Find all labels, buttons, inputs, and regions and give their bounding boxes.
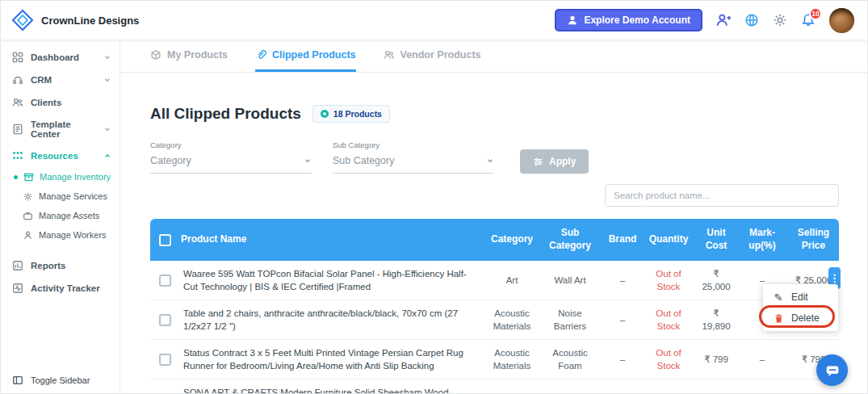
sidebar-item-label: Clients: [31, 98, 61, 107]
table-row: Table and 2 chairs, anthracite anthracit…: [150, 300, 839, 340]
globe-button[interactable]: [744, 13, 759, 27]
subcategory-select[interactable]: Sub Category: [333, 155, 494, 174]
row-checkbox[interactable]: [159, 354, 171, 366]
sidebar-item-resources[interactable]: Resources: [1, 145, 120, 167]
explore-demo-account-button[interactable]: Explore Demo Account: [555, 9, 702, 31]
sidebar-item-label: Dashboard: [31, 52, 79, 62]
column-header-sub-category: Sub Category: [538, 224, 602, 255]
column-header-brand: Brand: [602, 230, 643, 249]
product-name-cell: Table and 2 chairs, anthracite anthracit…: [179, 302, 486, 337]
notifications-bell-button[interactable]: 10: [801, 13, 816, 27]
column-header-quantity: Quantity: [643, 230, 694, 249]
tab-label: My Products: [167, 49, 228, 61]
edit-pencil-icon: ✎: [773, 292, 784, 303]
apply-filters-button[interactable]: Apply: [520, 149, 589, 174]
services-gear-icon: [23, 191, 33, 202]
search-input[interactable]: [605, 184, 839, 207]
inventory-box-icon: [23, 172, 34, 182]
sidebar-item-manage-assets[interactable]: Manage Assets: [1, 206, 120, 225]
sidebar-item-label: Manage Services: [39, 191, 107, 201]
chat-widget-button[interactable]: [816, 354, 848, 386]
category-cell: Acoustic Materials: [486, 302, 538, 337]
toggle-sidebar-button[interactable]: Toggle Sidebar: [1, 366, 120, 394]
brand-logo-icon: [10, 8, 35, 32]
explore-demo-account-label: Explore Demo Account: [584, 15, 690, 26]
quantity-cell: Out of Stock: [643, 302, 694, 337]
tab-my-products[interactable]: My Products: [150, 40, 228, 72]
sidebar-item-clients[interactable]: Clients: [1, 91, 120, 114]
products-table: Product Name Category Sub Category Brand…: [150, 219, 839, 394]
people-icon: [12, 97, 23, 108]
sidebar-item-reports[interactable]: Reports: [1, 254, 120, 277]
vendor-people-icon: [384, 49, 395, 61]
category-cell: Acoustic Materials: [486, 342, 538, 377]
tab-bar: My Products Clipped Products Vendor Prod…: [120, 40, 867, 73]
column-header-selling-price: Selling Price: [786, 224, 841, 255]
subcategory-filter: Sub Category Sub Category: [333, 140, 494, 174]
notification-count-badge: 10: [809, 7, 822, 20]
sidebar-layout-icon: [12, 375, 23, 386]
paperclip-icon: [255, 49, 266, 61]
sub-category-cell: Wall Art: [538, 269, 602, 291]
product-name-cell: Status Contract 3 x 5 Feet Multi Printed…: [179, 342, 486, 377]
unit-cost-cell: ₹ 25,000: [694, 262, 738, 298]
page-title: All Clipped Products: [150, 105, 301, 123]
category-filter-label: Category: [150, 140, 312, 149]
menu-item-delete[interactable]: Delete: [763, 308, 838, 329]
category-select[interactable]: Category: [150, 155, 312, 174]
edit-label: Edit: [791, 291, 808, 303]
chevron-down-icon: [103, 76, 111, 84]
tab-vendor-products[interactable]: Vendor Products: [384, 40, 481, 72]
column-header-markup: Mark-up(%): [738, 224, 786, 255]
table-row: Status Contract 3 x 5 Feet Multi Printed…: [150, 340, 839, 379]
sidebar-item-activity-tracker[interactable]: Activity Tracker: [1, 277, 120, 300]
worker-icon: [23, 230, 33, 241]
user-avatar[interactable]: [829, 8, 854, 33]
sidebar-item-crm[interactable]: CRM: [1, 69, 120, 91]
sidebar-item-label: Manage Assets: [39, 211, 99, 220]
sidebar-item-label: Template Center: [31, 119, 96, 139]
tab-clipped-products[interactable]: Clipped Products: [255, 40, 355, 72]
tab-label: Vendor Products: [400, 49, 481, 61]
sidebar-item-template-center[interactable]: Template Center: [1, 114, 120, 145]
sidebar-item-manage-services[interactable]: Manage Services: [1, 187, 120, 206]
row-checkbox[interactable]: [159, 314, 171, 326]
menu-item-edit[interactable]: ✎ Edit: [763, 287, 838, 308]
products-count-badge: 18 Products: [312, 105, 390, 123]
quantity-cell: Out of Stock: [643, 262, 694, 298]
brand-cell: –: [602, 348, 643, 371]
settings-gear-button[interactable]: [773, 13, 787, 27]
select-all-checkbox[interactable]: [159, 234, 171, 246]
filter-sliders-icon: [533, 157, 543, 167]
sidebar-item-label: Resources: [31, 151, 78, 161]
sidebar-item-label: Reports: [31, 261, 65, 270]
add-user-button[interactable]: [716, 13, 731, 27]
delete-trash-icon: [773, 313, 784, 324]
sidebar-item-manage-inventory[interactable]: Manage Inventory: [1, 167, 120, 187]
donut-icon: [321, 110, 329, 118]
product-name-cell: SONA ART & CRAFTS Modern Furniture Solid…: [179, 381, 486, 394]
chevron-up-icon: [103, 152, 111, 160]
brand-cell: –: [602, 308, 643, 331]
table-row: SONA ART & CRAFTS Modern Furniture Solid…: [150, 379, 839, 394]
markup-cell: –: [738, 348, 786, 371]
sidebar-item-dashboard[interactable]: Dashboard: [1, 46, 120, 69]
sub-category-cell: Noise Barriers: [538, 302, 602, 337]
chevron-down-icon: [103, 125, 111, 133]
quantity-cell: Out of Stock: [643, 342, 694, 377]
category-select-value: Category: [150, 155, 191, 166]
column-header-unit-cost: Unit Cost: [694, 224, 738, 255]
headset-icon: [12, 74, 23, 86]
person-icon: [567, 15, 578, 26]
brand[interactable]: CrownLine Designs: [10, 8, 139, 32]
tab-label: Clipped Products: [272, 49, 355, 61]
apps-grid-icon: [12, 150, 23, 161]
sidebar-item-manage-workers[interactable]: Manage Workers: [1, 225, 120, 245]
column-header-category: Category: [486, 230, 538, 249]
unit-cost-cell: ₹ 19,890: [694, 302, 738, 337]
toggle-sidebar-label: Toggle Sidebar: [31, 375, 90, 385]
sidebar-item-label: Activity Tracker: [31, 283, 100, 293]
briefcase-icon: [23, 211, 33, 221]
product-name-cell: Waaree 595 Watt TOPcon Bifacial Solar Pa…: [179, 262, 486, 298]
row-checkbox[interactable]: [159, 275, 171, 287]
